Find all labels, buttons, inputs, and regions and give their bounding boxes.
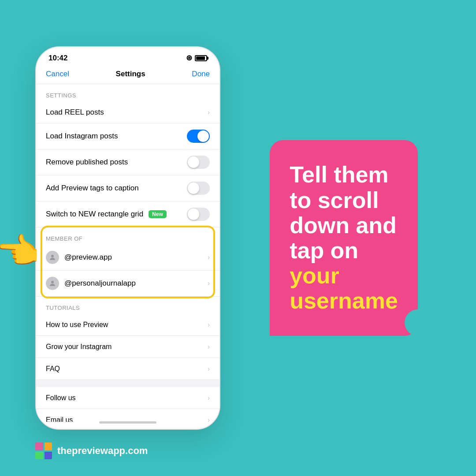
row-right[interactable] <box>187 208 210 221</box>
row-faq[interactable]: FAQ › <box>36 358 219 380</box>
logo-quadrant-1 <box>35 443 43 450</box>
nav-title: Settings <box>116 70 145 78</box>
row-label: Load REEL posts <box>46 108 104 117</box>
chevron-icon: › <box>208 343 210 351</box>
user-avatar <box>46 251 59 264</box>
row-how-to-use[interactable]: How to use Preview › <box>36 314 219 336</box>
chevron-icon: › <box>208 279 210 287</box>
bottom-branding: thepreviewapp.com <box>35 443 148 459</box>
chevron-icon: › <box>208 394 210 402</box>
home-indicator <box>99 421 156 424</box>
chevron-icon: › <box>208 108 210 116</box>
row-right: › <box>208 253 210 261</box>
row-label: How to use Preview <box>46 321 108 329</box>
preview-tags-toggle[interactable] <box>187 182 210 195</box>
logo-quadrant-2 <box>45 443 52 450</box>
canvas: 👈 10:42 ⊛ Cancel Settings Done <box>0 0 476 476</box>
new-badge: New <box>149 210 167 218</box>
row-personaljournal-app[interactable]: @personaljournalapp › <box>36 271 219 297</box>
logo-quadrant-3 <box>35 452 43 460</box>
row-label: Switch to NEW rectangle grid New <box>46 210 168 219</box>
logo-quadrant-4 <box>45 452 52 460</box>
row-label: Email us <box>46 416 73 422</box>
battery-icon <box>195 55 207 61</box>
pointing-hand-emoji: 👈 <box>0 231 40 272</box>
chevron-icon: › <box>208 365 210 373</box>
nav-bar: Cancel Settings Done <box>36 66 219 84</box>
row-preview-app[interactable]: @preview.app › <box>36 245 219 271</box>
row-load-reel-posts[interactable]: Load REEL posts › <box>36 101 219 123</box>
section-header-member: MEMBER OF <box>36 227 219 245</box>
username-label: @personaljournalapp <box>64 279 136 288</box>
chevron-icon: › <box>208 416 210 422</box>
row-label: Remove published posts <box>46 158 128 167</box>
row-add-preview-tags[interactable]: Add Preview tags to caption <box>36 175 219 201</box>
brand-logo <box>35 443 52 459</box>
username-label: @preview.app <box>64 253 112 262</box>
row-left: @preview.app <box>46 251 112 264</box>
done-button[interactable]: Done <box>192 70 210 78</box>
phone-time: 10:42 <box>48 54 67 63</box>
row-remove-published[interactable]: Remove published posts <box>36 149 219 175</box>
row-right[interactable] <box>187 130 210 143</box>
row-right: › <box>208 279 210 287</box>
row-label: Load Instagram posts <box>46 132 118 141</box>
row-grow-instagram[interactable]: Grow your Instagram › <box>36 336 219 358</box>
status-bar: 10:42 ⊛ <box>36 47 219 66</box>
chevron-icon: › <box>208 253 210 261</box>
phone-wrapper: 👈 10:42 ⊛ Cancel Settings Done <box>35 46 220 430</box>
row-email-us[interactable]: Email us › <box>36 409 219 422</box>
callout-username-text: your username <box>290 263 398 313</box>
wifi-icon: ⊛ <box>186 53 192 63</box>
callout-text: Tell them to scroll down and tap on your… <box>290 162 398 313</box>
svg-point-0 <box>51 255 54 257</box>
cancel-button[interactable]: Cancel <box>46 70 69 78</box>
settings-content: SETTINGS Load REEL posts › Load Instagra… <box>36 84 219 422</box>
user-avatar <box>46 277 59 290</box>
row-load-instagram-posts[interactable]: Load Instagram posts <box>36 123 219 149</box>
row-label: Add Preview tags to caption <box>46 184 139 193</box>
row-label: Grow your Instagram <box>46 343 112 351</box>
chevron-icon: › <box>208 321 210 329</box>
row-right[interactable] <box>187 156 210 169</box>
section-header-settings: SETTINGS <box>36 84 219 101</box>
row-left: @personaljournalapp <box>46 277 136 290</box>
remove-published-toggle[interactable] <box>187 156 210 169</box>
row-follow-us[interactable]: Follow us › <box>36 387 219 409</box>
phone-mockup: 10:42 ⊛ Cancel Settings Done SETTINGS <box>35 46 220 430</box>
section-header-tutorials: TUTORIALS <box>36 297 219 314</box>
member-section: MEMBER OF @preview.app <box>36 227 219 297</box>
svg-point-1 <box>51 281 54 283</box>
row-label: Follow us <box>46 394 76 402</box>
status-icons: ⊛ <box>186 53 207 63</box>
row-rectangle-grid[interactable]: Switch to NEW rectangle grid New <box>36 201 219 227</box>
rectangle-grid-toggle[interactable] <box>187 208 210 221</box>
brand-url: thepreviewapp.com <box>57 445 148 457</box>
instagram-toggle[interactable] <box>187 130 210 143</box>
row-right: › <box>208 108 210 116</box>
callout-bubble: Tell them to scroll down and tap on your… <box>270 140 418 335</box>
row-right[interactable] <box>187 182 210 195</box>
callout-wrapper: Tell them to scroll down and tap on your… <box>220 140 450 335</box>
row-label: FAQ <box>46 365 60 373</box>
